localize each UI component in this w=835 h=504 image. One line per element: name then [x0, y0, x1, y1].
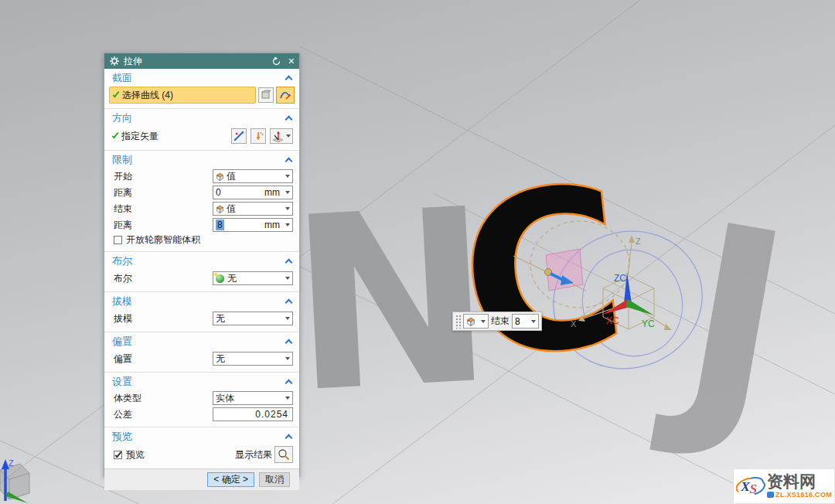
- collapse-icon[interactable]: [285, 76, 293, 83]
- letter-j[interactable]: J: [646, 166, 807, 478]
- preview-label: 预览: [126, 448, 145, 461]
- collapse-icon[interactable]: [285, 380, 293, 387]
- select-curve-field[interactable]: 选择曲线 (4): [109, 87, 256, 104]
- view-orientation-triad: Z: [0, 458, 29, 503]
- tolerance-label: 公差: [114, 408, 132, 421]
- group-section: 截面 选择曲线 (4): [104, 69, 299, 109]
- boolean-combo[interactable]: 无: [213, 271, 293, 285]
- dropdown-arrow-icon: [285, 223, 290, 226]
- dropdown-arrow-icon: [285, 207, 290, 210]
- dropdown-arrow-icon: [285, 357, 290, 360]
- collapse-icon[interactable]: [285, 259, 293, 267]
- preview-checkbox[interactable]: [114, 451, 122, 459]
- logo-x: X: [740, 478, 750, 494]
- limit-option-combo[interactable]: [463, 314, 489, 329]
- boolean-header-label: 布尔: [112, 254, 286, 268]
- open-profile-checkbox[interactable]: [114, 236, 122, 244]
- drag-handle[interactable]: [455, 315, 461, 329]
- draft-header[interactable]: 拔模: [104, 294, 299, 309]
- dropdown-arrow-icon: [285, 277, 290, 280]
- specify-vector-label: 指定矢量: [121, 130, 158, 143]
- collapse-icon[interactable]: [285, 116, 293, 124]
- collapse-icon[interactable]: [285, 339, 293, 347]
- collapse-icon[interactable]: [285, 434, 293, 442]
- two-point-vector-icon[interactable]: [231, 128, 247, 144]
- tolerance-field[interactable]: 0.0254: [213, 407, 293, 421]
- group-limits: 限制 开始 值 距离 0 mm: [104, 151, 299, 252]
- watermark-site-url: ZL.XS1616.COM: [775, 491, 832, 499]
- watermark-bar: [767, 492, 774, 498]
- start-distance-field[interactable]: 0 mm: [213, 186, 293, 199]
- dialog-title: 拉伸: [124, 55, 271, 68]
- boolean-header[interactable]: 布尔: [104, 254, 299, 269]
- cube-icon: [216, 205, 224, 213]
- close-icon[interactable]: ×: [288, 56, 295, 66]
- offset-label: 偏置: [114, 352, 132, 366]
- xs-logo-icon: X S: [736, 472, 765, 501]
- limits-header[interactable]: 限制: [104, 152, 299, 168]
- cube-icon: [216, 172, 224, 181]
- dropdown-arrow-icon: [286, 135, 291, 138]
- settings-header-label: 设置: [112, 375, 286, 389]
- gear-icon: [109, 56, 120, 66]
- direction-header[interactable]: 方向: [104, 111, 299, 126]
- wcs-z-label: Z: [636, 237, 641, 246]
- end-distance-field[interactable]: 8 mm: [213, 218, 293, 232]
- onscreen-input-toolbar: 结束 8: [452, 312, 542, 331]
- collapse-icon[interactable]: [285, 299, 293, 307]
- end-value-field[interactable]: 8: [512, 314, 539, 329]
- start-combo[interactable]: 值: [213, 169, 293, 183]
- ok-button[interactable]: < 确定 >: [207, 472, 254, 487]
- cube-icon: [466, 317, 475, 326]
- start-distance-unit: mm: [264, 187, 280, 198]
- tolerance-value: 0.0254: [255, 409, 288, 420]
- preview-header[interactable]: 预览: [104, 429, 299, 444]
- dialog-titlebar[interactable]: 拉伸 ×: [104, 53, 299, 69]
- direction-header-label: 方向: [112, 111, 286, 125]
- offset-combo[interactable]: 无: [213, 352, 293, 366]
- face-region-select-icon[interactable]: [258, 87, 274, 103]
- group-offset: 偏置 偏置 无: [104, 332, 299, 373]
- vector-dialog-icon[interactable]: [270, 128, 293, 144]
- wcs-xc-label: XC: [606, 315, 619, 326]
- end-distance-value: 8: [216, 220, 224, 230]
- section-header[interactable]: 截面: [104, 70, 299, 86]
- extrude-dialog: 拉伸 × 截面 选择曲线 (4): [104, 53, 300, 477]
- limits-header-label: 限制: [112, 153, 286, 167]
- dialog-footer: < 确定 > 取消: [104, 468, 299, 490]
- wcs-yc-label: YC: [642, 318, 655, 329]
- body-type-label: 体类型: [114, 392, 141, 405]
- boolean-label: 布尔: [114, 272, 132, 285]
- preview-header-label: 预览: [112, 430, 286, 444]
- reverse-direction-icon[interactable]: [250, 128, 266, 144]
- end-combo[interactable]: 值: [213, 202, 293, 216]
- dropdown-arrow-icon: [285, 175, 290, 178]
- dropdown-arrow-icon: [285, 397, 290, 400]
- offset-header[interactable]: 偏置: [104, 334, 299, 349]
- view-triad-z-label: Z: [9, 458, 14, 468]
- show-result-button[interactable]: [274, 446, 293, 463]
- collapse-icon[interactable]: [285, 158, 293, 165]
- end-field-label: 结束: [491, 315, 510, 328]
- draft-combo[interactable]: 无: [213, 312, 293, 325]
- end-value-text: 8: [515, 316, 529, 327]
- select-curve-label: 选择曲线 (4): [122, 89, 173, 102]
- section-header-label: 截面: [112, 71, 286, 85]
- cancel-button[interactable]: 取消: [259, 472, 290, 487]
- dropdown-arrow-icon: [481, 320, 486, 323]
- end-distance-label: 距离: [114, 219, 132, 232]
- letter-c-extrude[interactable]: C: [449, 137, 637, 409]
- checkmark-icon: [114, 450, 121, 457]
- logo-s: S: [749, 481, 757, 496]
- settings-header[interactable]: 设置: [104, 374, 299, 390]
- body-type-combo[interactable]: 实体: [213, 391, 293, 405]
- check-icon: [113, 90, 120, 97]
- open-profile-label: 开放轮廓智能体积: [126, 233, 200, 247]
- group-boolean: 布尔 布尔 无: [104, 252, 299, 292]
- reset-icon[interactable]: [271, 56, 282, 66]
- start-distance-value: 0: [216, 187, 264, 198]
- boolean-value: 无: [227, 272, 283, 285]
- magnifier-icon: [278, 448, 290, 461]
- dropdown-arrow-icon: [285, 191, 290, 194]
- curve-select-icon[interactable]: [276, 87, 295, 104]
